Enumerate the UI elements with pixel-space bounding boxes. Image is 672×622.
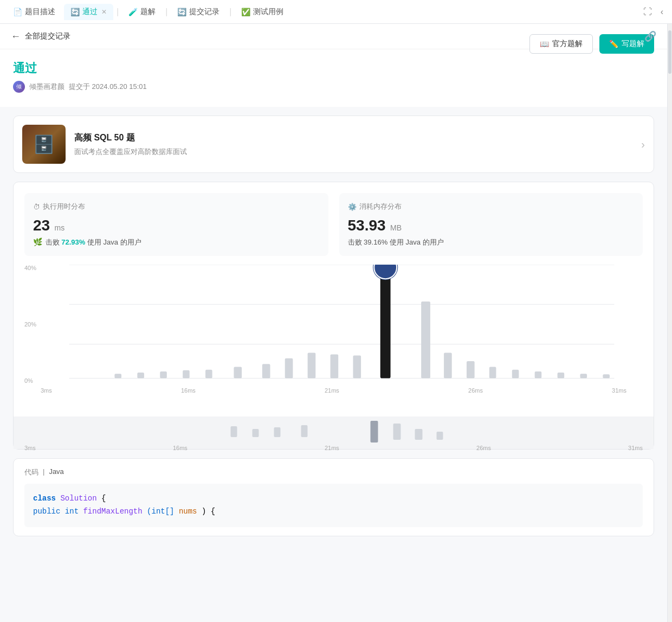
svg-rect-24 <box>558 373 565 378</box>
svg-rect-6 <box>160 371 167 379</box>
chart-container: 40% 20% 0% <box>14 265 654 416</box>
memory-stat-card: ⚙️ 消耗内存分布 53.93 MB 击败 39.16% 使用 Java 的用户 <box>339 193 643 256</box>
result-section: 📖 官方题解 ✏️ 写题解 通过 倾 倾墨画君颜 提交于 2024.05.20 … <box>0 49 667 107</box>
stats-row: ⏱ 执行用时分布 23 ms 🌿 击败 72.93% 使用 Java 的用户 <box>24 193 643 265</box>
tab-pass[interactable]: 🔄 通过 ✕ <box>64 4 113 20</box>
svg-rect-14 <box>353 356 361 379</box>
course-info: 高频 SQL 50 题 面试考点全覆盖应对高阶数据库面试 <box>74 132 632 157</box>
result-meta: 倾 倾墨画君颜 提交于 2024.05.20 15:01 <box>13 81 654 93</box>
svg-rect-19 <box>444 352 452 378</box>
svg-rect-31 <box>371 421 378 443</box>
svg-rect-33 <box>415 429 423 440</box>
mini-chart-x-labels: 3ms 16ms 21ms 26ms 31ms <box>24 445 643 452</box>
course-title: 高频 SQL 50 题 <box>74 132 632 144</box>
tab-description[interactable]: 📄 题目描述 <box>7 4 62 20</box>
chart-y-labels: 40% 20% 0% <box>24 265 41 384</box>
svg-rect-7 <box>183 370 190 379</box>
pass-icon: 🔄 <box>70 8 80 16</box>
link-icon: 🔗 <box>644 31 656 42</box>
mini-chart-container: 3ms 16ms 21ms 26ms 31ms <box>14 416 654 449</box>
memory-stat-title: ⚙️ 消耗内存分布 <box>348 202 635 211</box>
avatar: 倾 <box>13 81 25 93</box>
result-status: 通过 <box>13 60 654 76</box>
scroll-thumb[interactable] <box>668 30 671 74</box>
testcase-icon: ✅ <box>241 8 250 16</box>
back-button[interactable]: ← 全部提交记录 <box>11 31 70 42</box>
code-section: 代码 | Java class Solution { public int <box>13 458 654 536</box>
description-icon: 📄 <box>13 8 22 16</box>
stats-section: ⏱ 执行用时分布 23 ms 🌿 击败 72.93% 使用 Java 的用户 <box>13 182 654 450</box>
course-thumbnail: 🗄️ <box>22 125 66 164</box>
main-panel: ← 全部提交记录 🔗 📖 官方题解 ✏️ 写题解 通过 倾 <box>0 24 667 622</box>
svg-rect-30 <box>301 425 308 437</box>
svg-rect-25 <box>580 374 587 378</box>
scrollbar[interactable] <box>667 24 672 622</box>
tab-close-pass[interactable]: ✕ <box>101 8 107 16</box>
official-solution-button[interactable]: 📖 官方题解 <box>529 34 593 54</box>
memory-stat-value: 53.93 MB <box>348 217 635 234</box>
course-card[interactable]: 🗄️ 高频 SQL 50 题 面试考点全覆盖应对高阶数据库面试 › <box>13 116 654 173</box>
mini-chart-svg <box>24 421 643 443</box>
time-stat-title: ⏱ 执行用时分布 <box>33 202 320 211</box>
svg-rect-15 <box>380 267 391 378</box>
time-stat-value: 23 ms <box>33 217 320 234</box>
code-header: 代码 | Java <box>24 467 643 477</box>
content-area: ← 全部提交记录 🔗 📖 官方题解 ✏️ 写题解 通过 倾 <box>0 24 672 622</box>
submit-time: 提交于 2024.05.20 15:01 <box>69 82 147 92</box>
chart-x-labels: 3ms 16ms 21ms 26ms 31ms <box>24 386 643 398</box>
svg-rect-18 <box>421 302 430 378</box>
solution-icon: 🧪 <box>128 8 138 16</box>
svg-rect-9 <box>234 367 242 379</box>
time-stat-card: ⏱ 执行用时分布 23 ms 🌿 击败 72.93% 使用 Java 的用户 <box>24 193 328 256</box>
book-icon: 📖 <box>540 40 549 48</box>
svg-rect-23 <box>535 371 542 379</box>
svg-rect-21 <box>489 367 496 379</box>
svg-rect-8 <box>205 370 212 379</box>
code-block: class Solution { public int findMaxLengt… <box>24 484 643 527</box>
time-stat-desc: 🌿 击败 72.93% 使用 Java 的用户 <box>33 238 320 247</box>
result-actions: 📖 官方题解 ✏️ 写题解 <box>529 34 654 54</box>
svg-rect-27 <box>231 426 237 437</box>
svg-rect-32 <box>393 424 401 440</box>
svg-rect-5 <box>137 373 144 378</box>
code-line-1: class Solution { <box>33 492 634 505</box>
svg-rect-20 <box>467 361 475 378</box>
svg-rect-12 <box>308 352 316 378</box>
tab-divider-3: | <box>229 7 231 17</box>
svg-rect-22 <box>512 370 519 379</box>
link-button[interactable]: 🔗 <box>644 30 656 42</box>
tab-bar-actions: ⛶ ‹ <box>641 5 665 19</box>
code-lang: Java <box>49 467 63 477</box>
history-icon: 🔄 <box>177 8 186 16</box>
svg-rect-28 <box>253 429 259 437</box>
course-arrow-icon: › <box>641 138 645 151</box>
svg-rect-11 <box>285 358 293 379</box>
svg-rect-29 <box>274 427 281 437</box>
chart-svg <box>41 265 643 384</box>
code-line-2: public int findMaxLength (int[] nums ) { <box>33 505 634 518</box>
collapse-btn[interactable]: ‹ <box>658 5 665 19</box>
memory-icon: ⚙️ <box>348 203 357 211</box>
back-arrow-icon: ← <box>11 31 21 42</box>
tab-testcase[interactable]: ✅ 测试用例 <box>235 4 290 20</box>
fullscreen-btn[interactable]: ⛶ <box>641 5 654 19</box>
memory-stat-desc: 击败 39.16% 使用 Java 的用户 <box>348 238 635 247</box>
svg-point-16 <box>373 265 398 280</box>
edit-icon: ✏️ <box>609 40 618 48</box>
svg-rect-34 <box>437 432 443 440</box>
user-name: 倾墨画君颜 <box>29 82 64 92</box>
tab-solution[interactable]: 🧪 题解 <box>122 4 162 20</box>
svg-rect-10 <box>262 364 270 378</box>
tab-bar: 📄 题目描述 🔄 通过 ✕ | 🧪 题解 | 🔄 提交记录 | ✅ 测试用例 ⛶… <box>0 0 672 24</box>
tab-divider-1: | <box>117 7 119 17</box>
svg-rect-26 <box>603 374 610 378</box>
course-desc: 面试考点全覆盖应对高阶数据库面试 <box>74 147 632 157</box>
svg-rect-13 <box>331 355 339 379</box>
tab-history[interactable]: 🔄 提交记录 <box>171 4 226 20</box>
tab-divider-2: | <box>165 7 167 17</box>
svg-rect-4 <box>114 374 121 378</box>
hand-wave-icon: 🌿 <box>33 238 42 246</box>
clock-icon: ⏱ <box>33 203 40 211</box>
